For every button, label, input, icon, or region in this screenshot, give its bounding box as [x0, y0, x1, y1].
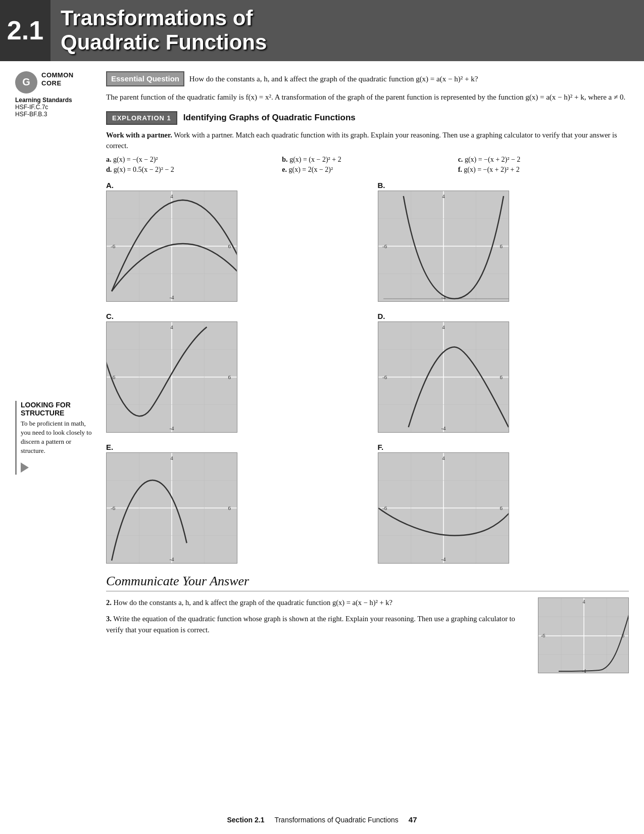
- page-footer: Section 2.1 Transformations of Quadratic…: [0, 815, 644, 824]
- svg-text:6: 6: [228, 505, 231, 511]
- main-layout: G Common Core Learning Standards HSF-IF.…: [0, 61, 644, 684]
- graph-B: 4 -4 -6 6: [378, 191, 509, 302]
- exploration-label: EXPLORATION 1: [106, 111, 177, 125]
- svg-text:6: 6: [500, 374, 503, 380]
- svg-text:4: 4: [170, 455, 173, 461]
- svg-text:-4: -4: [441, 556, 446, 562]
- svg-text:4: 4: [442, 193, 445, 199]
- question-3: 3. Write the equation of the quadratic f…: [106, 614, 528, 636]
- graph-A: 4 -4 -6 6: [106, 191, 237, 302]
- essential-question-block: Essential Question How do the constants …: [106, 71, 629, 87]
- graph-D-svg: 4 -4 -6 6: [378, 322, 509, 432]
- svg-text:-6: -6: [541, 633, 545, 638]
- question-2: 2. How do the constants a, h, and k affe…: [106, 597, 528, 609]
- function-e: e. g(x) = 2(x − 2)²: [282, 166, 453, 174]
- function-a: a. g(x) = −(x − 2)²: [106, 156, 277, 164]
- exploration1-header: EXPLORATION 1 Identifying Graphs of Quad…: [106, 111, 629, 125]
- svg-text:-6: -6: [382, 243, 387, 249]
- graph-F-container: F. 4 -4 -6 6: [378, 443, 629, 564]
- graphs-grid: A. 4 -4 -6: [106, 181, 629, 564]
- svg-text:4: 4: [442, 455, 445, 461]
- common-core-label: Common Core: [41, 71, 74, 88]
- looking-body: To be proficient in math, you need to lo…: [21, 419, 93, 456]
- graph-E-label: E.: [106, 443, 358, 451]
- communicate-questions: 2. How do the constants a, h, and k affe…: [106, 597, 528, 640]
- graph-D: 4 -4 -6 6: [378, 321, 509, 433]
- graph-F: 4 -4 -6 6: [378, 452, 509, 564]
- graph-C-container: C. 4 -4 -6 6: [106, 312, 358, 433]
- svg-text:-4: -4: [169, 294, 174, 300]
- graph-E-container: E. 4 -4 -6 6: [106, 443, 358, 564]
- exploration1-title: Identifying Graphs of Quadratic Function…: [183, 113, 356, 123]
- graph-F-label: F.: [378, 443, 629, 451]
- common-core-box: G Common Core: [15, 71, 93, 94]
- graph-A-container: A. 4 -4 -6: [106, 181, 358, 302]
- looking-title: LOOKING FOR STRUCTURE: [21, 401, 93, 417]
- svg-text:-4: -4: [169, 425, 174, 431]
- svg-text:-6: -6: [111, 505, 116, 511]
- arrow-right-icon: [21, 462, 29, 473]
- page-title: Transformations of Quadratic Functions: [61, 6, 267, 55]
- function-d: d. g(x) = 0.5(x − 2)² − 2: [106, 166, 277, 174]
- function-list: a. g(x) = −(x − 2)² b. g(x) = (x − 2)² +…: [106, 156, 629, 174]
- header-title-box: Transformations of Quadratic Functions: [51, 0, 277, 61]
- graph-F-svg: 4 -4 -6 6: [378, 453, 509, 563]
- section-number-box: 2.1: [0, 0, 51, 61]
- svg-text:4: 4: [170, 324, 173, 330]
- svg-text:-4: -4: [441, 425, 446, 431]
- small-graph-q3: 4 -4 -6 6: [538, 597, 629, 673]
- exploration1-intro: Work with a partner. Work with a partner…: [106, 130, 629, 152]
- svg-text:6: 6: [228, 374, 231, 380]
- content-area: Essential Question How do the constants …: [101, 71, 629, 674]
- section-number: 2.1: [7, 15, 43, 45]
- communicate-title: Communicate Your Answer: [106, 574, 629, 591]
- page-header: 2.1 Transformations of Quadratic Functio…: [0, 0, 644, 61]
- svg-text:6: 6: [228, 243, 231, 249]
- svg-text:6: 6: [500, 505, 503, 511]
- communicate-layout: 2. How do the constants a, h, and k affe…: [106, 597, 629, 673]
- graph-B-label: B.: [378, 181, 629, 190]
- graph-C: 4 -4 -6 6: [106, 321, 237, 433]
- svg-text:4: 4: [170, 193, 173, 199]
- graph-B-container: B. 4 -4 -6 6: [378, 181, 629, 302]
- svg-text:6: 6: [500, 243, 503, 249]
- learning-standards: Learning Standards HSF-IF.C.7c HSF-BF.B.…: [15, 97, 93, 118]
- function-f: f. g(x) = −(x + 2)² + 2: [458, 166, 629, 174]
- graph-E: 4 -4 -6 6: [106, 452, 237, 564]
- function-c: c. g(x) = −(x + 2)² − 2: [458, 156, 629, 164]
- graph-A-label: A.: [106, 181, 358, 190]
- essential-question-label: Essential Question: [106, 71, 184, 87]
- looking-for-structure-box: LOOKING FOR STRUCTURE To be proficient i…: [15, 401, 93, 475]
- graph-C-svg: 4 -4 -6 6: [107, 322, 237, 432]
- svg-text:-4: -4: [169, 556, 174, 562]
- svg-text:-6: -6: [382, 505, 387, 511]
- graph-D-container: D. 4 -4 -6 6: [378, 312, 629, 433]
- common-core-logo: G: [15, 71, 37, 94]
- svg-text:-6: -6: [382, 374, 387, 380]
- sidebar: G Common Core Learning Standards HSF-IF.…: [15, 71, 101, 674]
- parent-function-text: The parent function of the quadratic fam…: [106, 91, 629, 103]
- graph-B-svg: 4 -4 -6 6: [378, 191, 509, 301]
- svg-text:4: 4: [583, 599, 585, 605]
- graph-D-label: D.: [378, 312, 629, 320]
- svg-text:-6: -6: [111, 243, 116, 249]
- graph-A-svg: 4 -4 -6 6: [107, 191, 237, 301]
- svg-text:4: 4: [442, 324, 445, 330]
- graph-C-label: C.: [106, 312, 358, 320]
- small-graph-svg: 4 -4 -6 6: [538, 598, 629, 673]
- graph-E-svg: 4 -4 -6 6: [107, 453, 237, 563]
- function-b: b. g(x) = (x − 2)² + 2: [282, 156, 453, 164]
